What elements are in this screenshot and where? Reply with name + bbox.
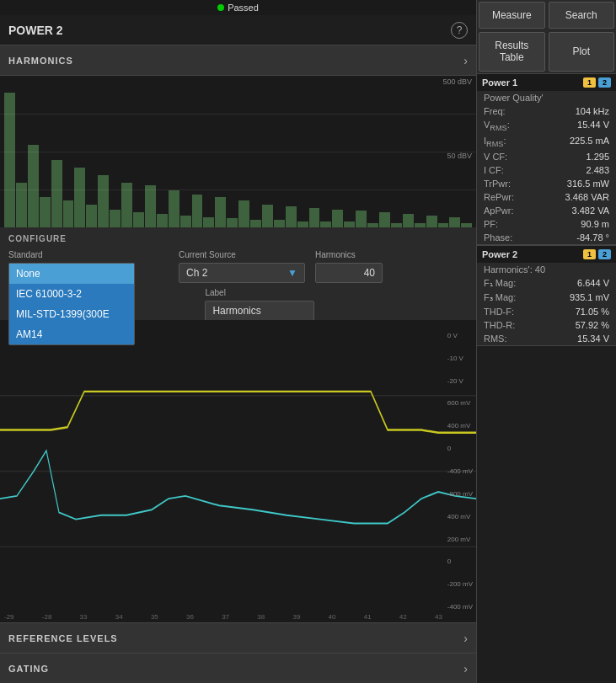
bar — [192, 195, 203, 227]
power1-badge1: 1 — [583, 77, 596, 88]
power1-row-repwr: RePwr: 3.468 VAR — [477, 190, 616, 204]
dropdown-item-iec[interactable]: IEC 61000-3-2 — [9, 284, 134, 304]
standard-label: Standard — [8, 250, 135, 259]
bar — [203, 217, 214, 227]
bar — [40, 197, 51, 227]
gating-label: GATING — [8, 664, 49, 674]
power2-header: POWER 2 ? — [0, 15, 476, 45]
help-icon[interactable]: ? — [451, 22, 468, 39]
bar-chart — [0, 76, 476, 227]
chart-configure-area: 500 dBV 50 dBV CONFIGURE Standard None ▼… — [0, 76, 476, 320]
dropdown-item-mil[interactable]: MIL-STD-1399(300E — [9, 304, 134, 324]
label-input[interactable] — [205, 301, 314, 321]
power1-badge2: 2 — [598, 77, 611, 88]
power1-row-trpwr: TrPwr: 316.5 mW — [477, 177, 616, 190]
power1-header: Power 1 1 2 — [477, 74, 616, 91]
bar — [121, 183, 132, 227]
harmonics-chevron: › — [463, 54, 468, 67]
label-label: Label — [205, 288, 314, 297]
reference-levels-label: REFERENCE LEVELS — [8, 633, 118, 643]
bar — [286, 206, 297, 227]
gating-chevron: › — [463, 662, 468, 675]
bar — [215, 197, 226, 227]
bar — [332, 210, 343, 227]
bar — [403, 214, 414, 227]
plot-button[interactable]: Plot — [549, 32, 615, 72]
power1-row-vcf: V CF: 1.295 — [477, 150, 616, 163]
bar — [238, 200, 249, 227]
power1-row-phase: Phase: -84.78 ° — [477, 231, 616, 244]
power1-row-freq: Freq: 104 kHz — [477, 104, 616, 118]
reference-levels-chevron: › — [463, 632, 468, 645]
bar — [145, 185, 156, 227]
gating-section[interactable]: GATING › — [0, 653, 476, 683]
power1-row-irms: IRMS: 225.5 mA — [477, 134, 616, 150]
right-panel: Measure Search Results Table Plot Power … — [476, 0, 616, 683]
harmonics-field: Harmonics — [315, 250, 383, 283]
power1-section: Power 1 1 2 Power Quality' Freq: 104 kHz… — [477, 74, 616, 245]
label-field: Label — [205, 288, 314, 321]
bar — [250, 220, 261, 227]
bar — [227, 218, 238, 227]
waveform-area: 0 V -10 V -20 V 600 mV 400 mV 0 -400 mV … — [0, 320, 476, 622]
power1-title: Power 1 — [482, 77, 581, 88]
bar — [98, 175, 109, 227]
power2-subtitle: Harmonics': 40 — [477, 263, 616, 276]
power1-row-vrms: VRMS: 15.44 V — [477, 118, 616, 134]
waveform-svg — [0, 320, 476, 622]
passed-label: Passed — [228, 3, 259, 13]
bar — [426, 216, 437, 227]
power2-row-f1mag: F₁ Mag: 6.644 V — [477, 276, 616, 291]
bar — [449, 217, 460, 227]
current-source-dropdown[interactable]: Ch 2 ▼ — [179, 263, 305, 283]
bar — [16, 183, 27, 227]
configure-title: CONFIGURE — [8, 234, 468, 243]
bar — [274, 220, 285, 227]
bar — [309, 208, 320, 227]
measure-button[interactable]: Measure — [479, 2, 545, 29]
power2-right-title: Power 2 — [482, 249, 581, 259]
bar — [180, 216, 191, 227]
status-bar: Passed — [0, 0, 476, 15]
bar — [344, 221, 355, 227]
bar — [86, 205, 97, 227]
bar — [297, 221, 308, 227]
bar — [51, 160, 62, 227]
bar — [262, 205, 273, 227]
power1-subtitle: Power Quality' — [477, 91, 616, 104]
bar — [169, 190, 179, 227]
left-panel: Passed POWER 2 ? HARMONICS › 500 dBV 50 … — [0, 0, 476, 683]
harmonics-label: HARMONICS — [8, 56, 73, 66]
dropdown-item-none[interactable]: None — [9, 264, 134, 284]
current-source-arrow: ▼ — [287, 267, 297, 279]
bar — [74, 168, 85, 227]
top-buttons: Measure Search Results Table Plot — [477, 0, 616, 74]
harmonics-section-header[interactable]: HARMONICS › — [0, 45, 476, 76]
results-table-button[interactable]: Results Table — [479, 32, 545, 72]
power2-badge2: 2 — [598, 249, 611, 259]
bar — [28, 145, 39, 227]
bar — [4, 93, 15, 227]
current-source-field: Current Source Ch 2 ▼ — [179, 250, 305, 283]
bar — [379, 212, 390, 227]
harmonics-input[interactable] — [315, 263, 383, 283]
search-button[interactable]: Search — [549, 2, 615, 29]
power2-row-thdf: THD-F: 71.05 % — [477, 305, 616, 318]
current-source-value: Ch 2 — [186, 267, 207, 279]
bar — [63, 200, 74, 227]
bar — [133, 212, 144, 227]
harmonics-num-label: Harmonics — [315, 250, 383, 259]
bar — [320, 221, 331, 227]
dropdown-item-am14[interactable]: AM14 — [9, 324, 134, 344]
power2-row-thdr: THD-R: 57.92 % — [477, 318, 616, 332]
reference-levels-section[interactable]: REFERENCE LEVELS › — [0, 622, 476, 653]
power2-right-header: Power 2 1 2 — [477, 246, 616, 263]
power1-row-appwr: ApPwr: 3.482 VA — [477, 204, 616, 217]
power2-title: POWER 2 — [8, 24, 63, 37]
power2-row-rms: RMS: 15.34 V — [477, 332, 616, 345]
power2-row-f3mag: F₃ Mag: 935.1 mV — [477, 291, 616, 305]
power2-badge1: 1 — [583, 249, 596, 259]
standard-dropdown-list[interactable]: None IEC 61000-3-2 MIL-STD-1399(300E AM1… — [8, 263, 135, 345]
passed-dot — [217, 4, 224, 11]
current-source-label: Current Source — [179, 250, 305, 259]
